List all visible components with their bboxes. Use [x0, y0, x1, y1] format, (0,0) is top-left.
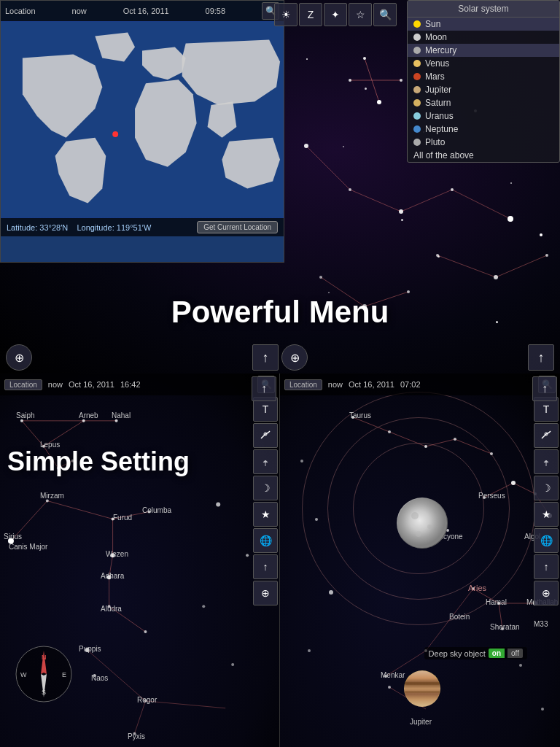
telescope-btn-br[interactable] [534, 423, 559, 448]
top-section: ☀ Z ✦ ☆ 🔍 Location now Oct 16, 2011 09:5… [0, 0, 560, 374]
svg-point-92 [490, 452, 493, 455]
toggle-on-btn[interactable]: on [489, 649, 505, 658]
solar-item-saturn[interactable]: Saturn [408, 96, 559, 109]
right-toolbar-bl: T ☽ ★ 🌐 ↑ ⊕ [252, 395, 279, 607]
get-location-button[interactable]: Get Current Location [197, 221, 278, 233]
solar-item-mars[interactable]: Mars [408, 70, 559, 83]
globe-btn-br[interactable]: 🌐 [534, 528, 559, 553]
arneb-label: Arneb [79, 411, 98, 419]
up-btn-br[interactable]: ↑ [534, 554, 559, 579]
moon-btn-br[interactable]: ☽ [534, 476, 559, 500]
powerful-menu-heading: Powerful Menu [171, 295, 389, 330]
svg-point-16 [399, 209, 403, 214]
nature-btn-br[interactable] [534, 449, 559, 474]
time-br: now [328, 380, 343, 389]
all-label: All of the above [413, 150, 474, 160]
svg-point-94 [511, 481, 516, 485]
moon-btn-bl[interactable]: ☽ [253, 476, 278, 500]
menkar-label-br: Menkar [381, 671, 405, 679]
map-footer: Latitude: 33°28′N Longitude: 119°51′W Ge… [1, 218, 284, 236]
solar-item-pluto[interactable]: Pluto [408, 136, 559, 149]
svg-line-34 [47, 501, 113, 519]
crosshair-button-left[interactable]: ⊕ [6, 344, 32, 371]
time-label: now [72, 7, 87, 15]
svg-point-43 [20, 419, 23, 422]
svg-rect-118 [405, 691, 440, 693]
solar-item-mercury[interactable]: Mercury [408, 44, 559, 57]
wezen-label: Wezen [106, 550, 128, 558]
adhara-label: Adhara [101, 572, 124, 580]
bottom-section: Location now Oct 16, 2011 16:42 🔍 ↑ [0, 374, 560, 747]
target-btn-br[interactable]: ⊕ [534, 581, 559, 605]
mars-dot [413, 73, 421, 80]
svg-text:W: W [20, 671, 27, 678]
svg-point-107 [315, 518, 318, 521]
target-btn-bl[interactable]: ⊕ [253, 581, 278, 605]
solar-item-uranus[interactable]: Uranus [408, 109, 559, 123]
location-badge-bl: Location [4, 379, 42, 390]
simple-setting-heading: Simple Setting [7, 446, 190, 477]
compass: N S E W [15, 645, 73, 703]
search-icon-btn[interactable]: 🔍 [373, 3, 397, 26]
moon-dot [413, 34, 421, 41]
solar-item-jupiter[interactable]: Jupiter [408, 83, 559, 96]
solar-item-sun[interactable]: Sun [408, 18, 559, 31]
svg-point-22 [319, 276, 322, 279]
telescope-icon-btn[interactable]: ✦ [324, 3, 347, 26]
up-btn-bl[interactable]: ↑ [253, 554, 278, 579]
date-label: Oct 16, 2011 [123, 7, 169, 15]
svg-point-91 [454, 438, 456, 441]
star-fav-btn-br[interactable]: ★ [534, 502, 559, 527]
world-map-area [1, 21, 284, 218]
solar-item-venus[interactable]: Venus [408, 57, 559, 70]
svg-point-49 [46, 500, 49, 503]
mars-label: Mars [425, 71, 445, 82]
svg-point-62 [216, 503, 220, 507]
solar-system-panel: Solar system Sun Moon Mercury Venus Mars… [407, 0, 560, 163]
uranus-label: Uranus [425, 111, 454, 121]
nav-up-right-btn[interactable]: ↑ [528, 344, 554, 371]
crosshair-button-center[interactable]: ⊕ [281, 344, 308, 371]
sun-icon-btn[interactable]: ☀ [274, 3, 298, 26]
svg-point-19 [436, 254, 439, 257]
jupiter-image [404, 670, 440, 707]
up-arrow-br[interactable]: ↑ [532, 376, 557, 401]
solar-item-all[interactable]: All of the above [408, 149, 559, 162]
saturn-dot [413, 99, 421, 107]
svg-point-115 [416, 531, 421, 537]
globe-btn-bl[interactable]: 🌐 [253, 528, 278, 553]
svg-line-76 [426, 439, 455, 446]
right-toolbar-br: T ☽ ★ 🌐 ↑ ⊕ [532, 395, 560, 607]
svg-line-4 [401, 190, 452, 212]
zodiac-icon-btn[interactable]: Z [299, 3, 322, 26]
svg-point-112 [397, 498, 447, 548]
location-badge-br: Location [284, 379, 322, 390]
nature-btn-bl[interactable] [253, 449, 278, 474]
svg-point-24 [407, 290, 410, 293]
sun-dot [413, 20, 421, 28]
neptune-dot [413, 125, 421, 133]
regor-label: Regor [137, 696, 157, 704]
svg-point-63 [246, 554, 249, 557]
telescope-btn-bl[interactable] [253, 423, 278, 448]
svg-point-18 [508, 216, 513, 222]
nav-up-btn[interactable]: ↑ [252, 344, 279, 371]
svg-point-109 [308, 649, 311, 652]
toggle-off-btn[interactable]: off [508, 649, 523, 658]
svg-point-89 [388, 430, 391, 433]
pluto-label: Pluto [425, 137, 445, 147]
solar-item-moon[interactable]: Moon [408, 31, 559, 44]
perseus-label-br: Perseus [478, 492, 505, 500]
svg-line-42 [145, 701, 225, 708]
svg-line-75 [389, 432, 426, 446]
svg-point-56 [144, 630, 147, 633]
aludra-label: Aludra [101, 605, 122, 613]
up-arrow-bl[interactable]: ↑ [252, 376, 276, 401]
solar-item-neptune[interactable]: Neptune [408, 123, 559, 136]
star-fav-btn-bl[interactable]: ★ [253, 502, 278, 527]
star-icon-btn[interactable]: ☆ [349, 3, 372, 26]
jupiter-label: Jupiter [425, 85, 451, 95]
pyxis-label: Pyxis [128, 732, 145, 740]
nahal-label: Nahal [112, 411, 131, 419]
svg-point-15 [349, 188, 351, 191]
